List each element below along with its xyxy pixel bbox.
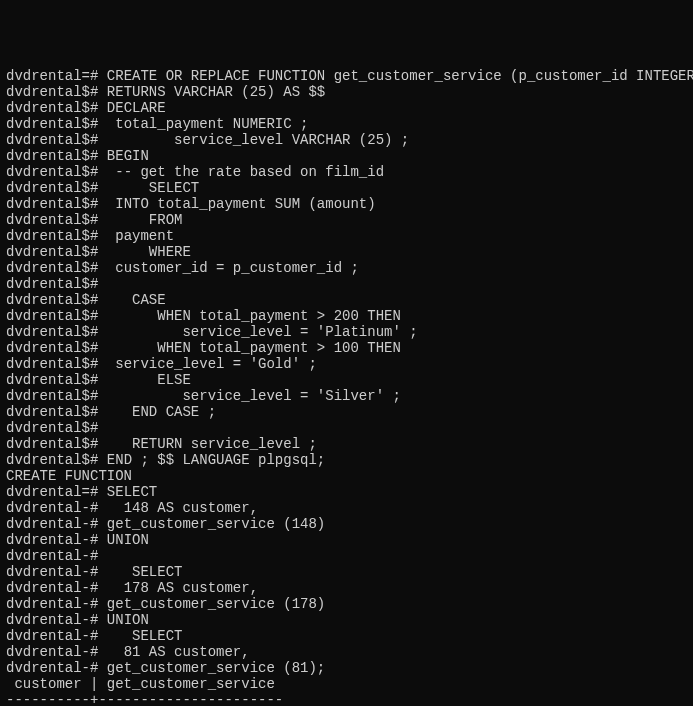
terminal-line: dvdrental$# INTO total_payment SUM (amou… [6, 196, 687, 212]
terminal-line: dvdrental-# [6, 548, 687, 564]
line-text: SELECT [98, 180, 199, 196]
line-text: UNION [98, 612, 148, 628]
prompt: dvdrental$# [6, 84, 98, 100]
terminal-line: customer | get_customer_service [6, 676, 687, 692]
line-text: 178 AS customer, [98, 580, 258, 596]
terminal-output[interactable]: dvdrental=# CREATE OR REPLACE FUNCTION g… [6, 68, 687, 706]
terminal-line: dvdrental$# customer_id = p_customer_id … [6, 260, 687, 276]
line-text: SELECT [98, 484, 157, 500]
terminal-line: dvdrental=# CREATE OR REPLACE FUNCTION g… [6, 68, 687, 84]
line-text: service_level = 'Gold' ; [98, 356, 316, 372]
prompt: dvdrental$# [6, 420, 98, 436]
prompt: dvdrental-# [6, 628, 98, 644]
line-text: customer_id = p_customer_id ; [98, 260, 358, 276]
prompt: dvdrental$# [6, 100, 98, 116]
terminal-line: dvdrental-# SELECT [6, 564, 687, 580]
terminal-line: dvdrental-# UNION [6, 612, 687, 628]
line-text: service_level = 'Platinum' ; [98, 324, 417, 340]
prompt: dvdrental$# [6, 212, 98, 228]
prompt: dvdrental$# [6, 148, 98, 164]
line-text: get_customer_service (81); [98, 660, 325, 676]
line-text: -- get the rate based on film_id [98, 164, 384, 180]
terminal-line: dvdrental$# -- get the rate based on fil… [6, 164, 687, 180]
terminal-line: dvdrental$# WHERE [6, 244, 687, 260]
line-text: WHEN total_payment > 200 THEN [98, 308, 400, 324]
terminal-line: ----------+---------------------- [6, 692, 687, 706]
prompt: dvdrental-# [6, 660, 98, 676]
terminal-line: dvdrental$# service_level = 'Silver' ; [6, 388, 687, 404]
prompt: dvdrental$# [6, 292, 98, 308]
prompt: dvdrental$# [6, 276, 98, 292]
terminal-line: dvdrental-# 178 AS customer, [6, 580, 687, 596]
terminal-line: dvdrental$# [6, 420, 687, 436]
prompt: dvdrental$# [6, 196, 98, 212]
line-text: RETURNS VARCHAR (25) AS $$ [98, 84, 325, 100]
line-text: payment [98, 228, 174, 244]
prompt: dvdrental-# [6, 548, 98, 564]
terminal-line: dvdrental$# WHEN total_payment > 200 THE… [6, 308, 687, 324]
terminal-line: dvdrental-# get_customer_service (178) [6, 596, 687, 612]
line-text: DECLARE [98, 100, 165, 116]
terminal-line: CREATE FUNCTION [6, 468, 687, 484]
prompt: dvdrental$# [6, 116, 98, 132]
prompt: dvdrental$# [6, 404, 98, 420]
prompt: dvdrental$# [6, 260, 98, 276]
prompt: dvdrental$# [6, 132, 98, 148]
line-text: WHEN total_payment > 100 THEN [98, 340, 400, 356]
terminal-line: dvdrental$# WHEN total_payment > 100 THE… [6, 340, 687, 356]
prompt: dvdrental$# [6, 372, 98, 388]
line-text: ----------+---------------------- [6, 692, 283, 706]
terminal-line: dvdrental$# RETURN service_level ; [6, 436, 687, 452]
line-text: get_customer_service (178) [98, 596, 325, 612]
terminal-line: dvdrental$# BEGIN [6, 148, 687, 164]
terminal-line: dvdrental-# UNION [6, 532, 687, 548]
line-text: BEGIN [98, 148, 148, 164]
line-text: CASE [98, 292, 165, 308]
prompt: dvdrental$# [6, 436, 98, 452]
line-text: 148 AS customer, [98, 500, 258, 516]
prompt: dvdrental-# [6, 612, 98, 628]
terminal-line: dvdrental$# DECLARE [6, 100, 687, 116]
prompt: dvdrental$# [6, 228, 98, 244]
terminal-line: dvdrental-# 148 AS customer, [6, 500, 687, 516]
terminal-line: dvdrental-# get_customer_service (81); [6, 660, 687, 676]
line-text: SELECT [98, 628, 182, 644]
terminal-line: dvdrental$# service_level = 'Gold' ; [6, 356, 687, 372]
terminal-line: dvdrental-# 81 AS customer, [6, 644, 687, 660]
line-text: RETURN service_level ; [98, 436, 316, 452]
terminal-line: dvdrental$# ELSE [6, 372, 687, 388]
terminal-line: dvdrental$# service_level VARCHAR (25) ; [6, 132, 687, 148]
prompt: dvdrental$# [6, 356, 98, 372]
line-text: ELSE [98, 372, 190, 388]
terminal-line: dvdrental$# SELECT [6, 180, 687, 196]
prompt: dvdrental-# [6, 596, 98, 612]
prompt: dvdrental-# [6, 644, 98, 660]
terminal-line: dvdrental$# [6, 276, 687, 292]
line-text: WHERE [98, 244, 190, 260]
prompt: dvdrental$# [6, 452, 98, 468]
line-text: 81 AS customer, [98, 644, 249, 660]
line-text: END CASE ; [98, 404, 216, 420]
line-text: total_payment NUMERIC ; [98, 116, 308, 132]
terminal-line: dvdrental$# END CASE ; [6, 404, 687, 420]
prompt: dvdrental-# [6, 580, 98, 596]
prompt: dvdrental$# [6, 324, 98, 340]
terminal-line: dvdrental$# FROM [6, 212, 687, 228]
prompt: dvdrental$# [6, 164, 98, 180]
terminal-line: dvdrental$# service_level = 'Platinum' ; [6, 324, 687, 340]
terminal-line: dvdrental$# total_payment NUMERIC ; [6, 116, 687, 132]
prompt: dvdrental$# [6, 244, 98, 260]
line-text: INTO total_payment SUM (amount) [98, 196, 375, 212]
prompt: dvdrental-# [6, 516, 98, 532]
line-text: customer | get_customer_service [6, 676, 275, 692]
line-text: service_level = 'Silver' ; [98, 388, 400, 404]
terminal-line: dvdrental$# payment [6, 228, 687, 244]
prompt: dvdrental=# [6, 484, 98, 500]
prompt: dvdrental$# [6, 308, 98, 324]
terminal-line: dvdrental-# SELECT [6, 628, 687, 644]
terminal-line: dvdrental=# SELECT [6, 484, 687, 500]
prompt: dvdrental$# [6, 180, 98, 196]
prompt: dvdrental$# [6, 388, 98, 404]
prompt: dvdrental-# [6, 500, 98, 516]
line-text: service_level VARCHAR (25) ; [98, 132, 409, 148]
